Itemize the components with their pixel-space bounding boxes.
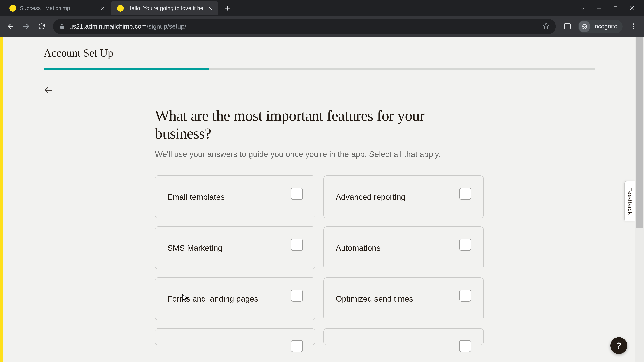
kebab-icon [629,22,637,30]
checkbox[interactable] [459,239,471,251]
favicon-mailchimp-icon [117,5,124,11]
option-card[interactable]: Email templates [155,175,315,218]
close-icon [208,6,212,10]
question-subtitle: We'll use your answers to guide you once… [155,149,484,159]
checkbox[interactable] [291,290,303,302]
window-close-button[interactable] [628,4,636,12]
help-button[interactable]: ? [610,337,627,354]
option-card[interactable]: SMS Marketing [155,226,315,269]
progress-fill [44,68,209,70]
checkbox[interactable] [459,188,471,200]
tab-search-button[interactable] [578,4,587,12]
browser-menu-button[interactable] [626,20,640,33]
options-grid: Email templates Advanced reporting SMS M… [155,175,484,345]
brand-accent-bar [0,36,3,362]
option-label: Email templates [167,192,224,202]
option-label: Advanced reporting [336,192,406,202]
checkbox[interactable] [291,188,303,200]
browser-tab-strip: Success | Mailchimp Hello! You're going … [0,0,644,16]
tab-close-button[interactable] [99,5,106,11]
svg-rect-2 [564,24,570,29]
option-card[interactable]: Forms and landing pages [155,277,315,320]
checkbox[interactable] [291,239,303,251]
arrow-right-icon [22,22,30,30]
window-controls [578,4,641,12]
panel-icon [563,22,571,30]
option-label: Optimized send times [336,294,413,304]
option-label: Forms and landing pages [167,294,258,304]
svg-point-5 [585,26,587,28]
url-bar[interactable]: us21.admin.mailchimp.com/signup/setup/ [53,19,556,34]
svg-point-7 [632,26,634,27]
arrow-left-icon [7,22,15,30]
checkbox[interactable] [459,290,471,302]
arrow-left-icon [44,85,53,95]
window-maximize-button[interactable] [612,4,620,12]
svg-point-8 [632,28,634,29]
maximize-icon [613,5,618,11]
progress-bar [44,68,595,70]
minimize-icon [596,5,602,11]
close-icon [629,5,634,11]
option-card[interactable]: Automations [323,226,484,269]
option-card[interactable]: Optimized send times [323,277,484,320]
nav-back-button[interactable] [4,20,18,33]
chevron-down-icon [580,5,585,11]
option-card[interactable] [323,328,484,345]
nav-reload-button[interactable] [35,20,48,33]
incognito-indicator[interactable]: Incognito [578,20,622,33]
svg-rect-1 [60,26,64,29]
new-tab-button[interactable] [221,2,234,14]
option-label: Automations [336,243,380,253]
close-icon [100,6,105,10]
star-icon [542,22,550,29]
window-minimize-button[interactable] [595,4,603,12]
svg-point-6 [632,23,634,25]
lock-icon [59,23,65,29]
back-step-button[interactable] [44,85,54,95]
checkbox[interactable] [291,340,303,352]
browser-tab-active[interactable]: Hello! You're going to love it he [111,1,218,15]
url-domain: us21.admin.mailchimp.com [70,23,146,30]
tab-close-button[interactable] [207,5,214,11]
browser-tab[interactable]: Success | Mailchimp [3,1,111,15]
nav-forward-button[interactable] [20,20,33,33]
incognito-icon [578,21,590,32]
svg-point-4 [582,26,584,28]
svg-rect-0 [614,7,617,10]
feedback-tab[interactable]: Feedback [624,181,635,221]
option-card[interactable] [155,328,315,345]
tab-title: Hello! You're going to love it he [128,5,205,11]
page-viewport: Account Set Up What are the most importa… [0,36,644,362]
question-heading: What are the most important features for… [155,107,484,142]
bookmark-button[interactable] [542,22,550,31]
url-path: /signup/setup/ [146,23,186,30]
reload-icon [38,22,46,30]
checkbox[interactable] [459,340,471,352]
option-label: SMS Marketing [167,243,222,253]
tab-title: Success | Mailchimp [20,5,97,11]
incognito-label: Incognito [593,23,618,30]
plus-icon [224,5,230,11]
favicon-mailchimp-icon [10,5,16,11]
side-panel-button[interactable] [560,20,574,33]
option-card[interactable]: Advanced reporting [323,175,484,218]
page-title: Account Set Up [44,46,595,59]
scrollbar-thumb[interactable] [636,37,643,228]
browser-toolbar: us21.admin.mailchimp.com/signup/setup/ I… [0,16,644,36]
